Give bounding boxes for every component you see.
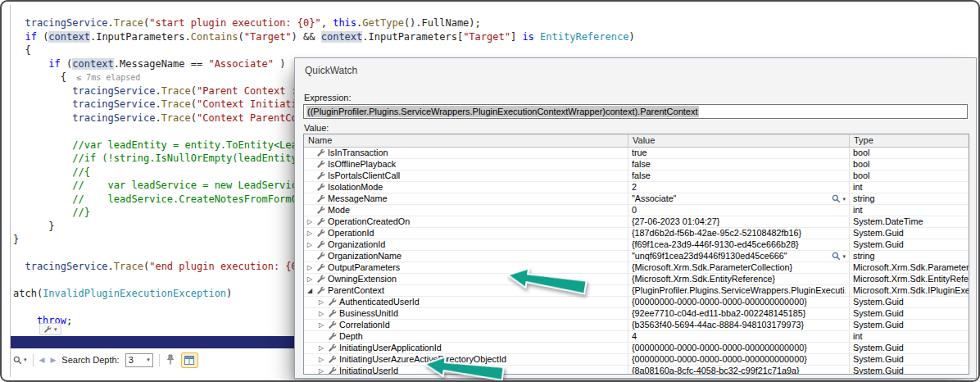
property-wrench-icon [316,183,328,192]
code-token: "Target" [244,31,292,43]
pin-icon [166,354,175,366]
code-token: "end plugin execution: {0}" [149,261,309,272]
watch-row-OrganizationName[interactable]: OrganizationName"unqf69f1cea23d9446f9130… [304,251,969,262]
watch-row-OperationId[interactable]: ▷OperationId{187d6b2d-f56b-42ae-95c2-521… [304,228,969,239]
code-token [534,31,540,43]
watch-row-IsOfflinePlayback[interactable]: IsOfflinePlaybackfalsebool [304,159,969,171]
column-header-name[interactable]: Name [304,134,628,147]
watch-row-ParentContext[interactable]: ◢ParentContext{PluginProfiler.Plugins.Se… [304,285,969,297]
expander-collapsed-icon[interactable]: ▷ [307,228,316,239]
watch-type: string [850,193,969,204]
watch-value: {00000000-0000-0000-0000-000000000000} [632,354,807,365]
expander-collapsed-icon[interactable]: ▷ [319,354,328,365]
property-wrench-icon [328,343,339,352]
expression-input[interactable]: ((PluginProfiler.Plugins.ServiceWrappers… [303,104,968,119]
watch-row-MessageName[interactable]: MessageName"Associate"▾string [304,193,969,205]
watch-row-InitiatingUserAzureActiveDirectoryObjectId[interactable]: ▷InitiatingUserAzureActiveDirectoryObjec… [304,354,969,366]
code-token: //if (!string.IsNullOrEmpty(leadEntity [13,152,297,164]
code-token: ] [510,31,522,43]
code-line[interactable]: if (context.InputParameters.Contains("Ta… [13,30,978,44]
watch-row-InitiatingUserId[interactable]: ▷InitiatingUserId{8a08160a-8cfc-4058-bc3… [304,366,969,375]
watch-row-OutputParameters[interactable]: ▷OutputParameters{Microsoft.Xrm.Sdk.Para… [304,262,969,274]
watch-value: false [632,171,651,181]
watch-row-Mode[interactable]: Mode0int [304,205,969,216]
expander-collapsed-icon[interactable]: ▷ [307,262,316,273]
watch-name: CorrelationId [339,320,390,330]
code-token: ( [61,58,72,70]
code-token: . [155,112,161,124]
watch-row-InitiatingUserApplicationId[interactable]: ▷InitiatingUserApplicationId{00000000-00… [304,343,969,354]
expander-collapsed-icon[interactable]: ▷ [319,320,328,330]
code-token: "Context ParentCo [197,112,297,124]
column-header-type[interactable]: Type [850,134,969,147]
watch-row-BusinessUnitId[interactable]: ▷BusinessUnitId{92ee7710-c04d-ed11-bba2-… [304,308,969,320]
code-token: is [522,31,533,43]
watch-grid-header: Name Value Type [304,134,969,148]
code-token: tracingService [13,261,108,272]
code-token: . [108,261,114,272]
expander-collapsed-icon[interactable]: ▷ [319,366,328,375]
watch-row-OrganizationId[interactable]: ▷OrganizationId{f69f1cea-23d9-446f-9130-… [304,239,969,251]
expander-collapsed-icon[interactable]: ▷ [307,216,316,227]
columns-grid-icon [184,356,194,365]
watch-type: Microsoft.Xrm.Sdk.ParameterCollect... [850,262,969,273]
expander-collapsed-icon[interactable]: ▷ [319,297,328,307]
watch-type: System.Guid [850,354,969,365]
dialog-title[interactable]: QuickWatch [305,65,357,76]
watch-row-IsolationMode[interactable]: IsolationMode2int [304,182,969,193]
property-wrench-icon [316,206,328,215]
code-line[interactable]: tracingService.Trace("start plugin execu… [13,16,978,30]
property-wrench-icon [316,148,328,157]
nav-forward-button[interactable]: ▶ [50,356,56,364]
expander-collapsed-icon[interactable]: ▷ [307,239,316,250]
code-token: EntityReference [540,31,628,43]
code-token: { [13,71,66,83]
property-wrench-icon [328,366,339,375]
code-token: atch( [13,288,43,299]
watch-type: System.Guid [850,343,969,353]
toolbar-divider [33,354,34,366]
expander-expanded-icon[interactable]: ◢ [307,285,316,296]
watch-row-CorrelationId[interactable]: ▷CorrelationId{b3563f40-5694-44ac-8884-9… [304,320,969,331]
watch-row-OperationCreatedOn[interactable]: ▷OperationCreatedOn{27-06-2023 01:04:27}… [304,216,969,228]
watch-row-AuthenticatedUserId[interactable]: ▷AuthenticatedUserId{00000000-0000-0000-… [304,297,969,308]
code-token: Trace [161,85,191,97]
code-token: "Parent Context : [197,85,297,97]
watch-value: {187d6b2d-f56b-42ae-95c2-52108482fb16} [632,228,801,239]
column-header-value[interactable]: Value [628,134,850,147]
quickwatch-dialog: QuickWatch Expression: ((PluginProfiler.… [294,57,977,379]
columns-view-toggle-button[interactable] [181,352,198,368]
expander-collapsed-icon[interactable]: ▷ [319,343,328,353]
watch-name: OrganizationId [328,239,385,250]
watch-name: IsPortalsClientCall [328,171,400,181]
expander-collapsed-icon[interactable]: ▷ [319,308,328,319]
property-wrench-icon [316,286,328,295]
watch-row-OwningExtension[interactable]: ▷OwningExtension{Microsoft.Xrm.Sdk.Entit… [304,274,969,285]
watch-row-IsPortalsClientCall[interactable]: IsPortalsClientCallfalsebool [304,171,969,182]
watch-type: System.DateTime [850,216,969,227]
search-dropdown-button[interactable]: ▾ [13,356,27,365]
code-token: .InputParameters[ [362,31,463,43]
code-token: . [155,98,161,110]
pin-button[interactable] [166,354,175,366]
code-token: .InputParameters. [90,31,191,43]
code-token: if [13,31,37,43]
search-depth-select[interactable]: 3 ▾ [125,353,153,367]
watch-value: 4 [632,331,637,342]
editor-toolbar: ▾ ◀ ▶ Search Depth: 3 ▾ [13,352,198,368]
watch-name: IsInTransaction [328,148,388,158]
watch-type: Microsoft.Xrm.Sdk.EntityReference [850,274,969,284]
watch-row-IsInTransaction[interactable]: IsInTransactiontruebool [304,148,969,159]
watch-type: Microsoft.Xrm.Sdk.IPluginExecution... [850,285,969,296]
nav-back-button[interactable]: ◀ [39,356,45,364]
watch-type: bool [850,159,969,170]
quick-actions-button[interactable]: ▾ [39,323,61,335]
text-visualizer-magnifier-icon[interactable]: ▾ [832,193,846,204]
property-wrench-icon [328,309,339,318]
watch-value: "Associate" [632,193,676,204]
expander-collapsed-icon[interactable]: ▷ [307,274,316,284]
code-token: ) [226,288,232,299]
text-visualizer-magnifier-icon[interactable]: ▾ [832,251,846,261]
code-line[interactable]: { [13,43,978,57]
watch-row-Depth[interactable]: Depth4int [304,331,969,343]
